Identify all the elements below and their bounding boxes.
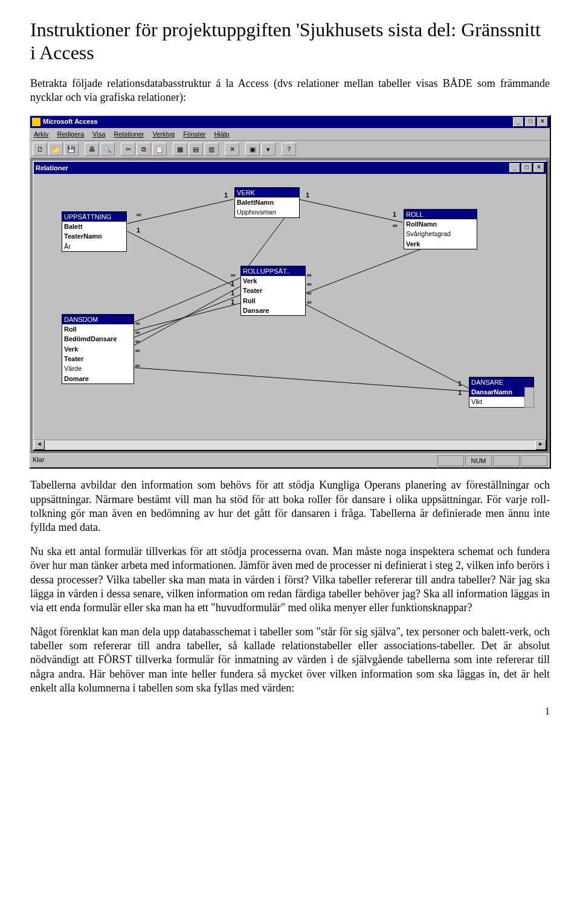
card-one: 1	[393, 210, 396, 219]
horizontal-scrollbar[interactable]: ◄ ►	[34, 440, 546, 450]
card-one: 1	[137, 226, 140, 234]
menu-bar: Arkiv Redigera Visa Relationer Verktyg F…	[30, 128, 550, 141]
card-one: 1	[458, 388, 462, 397]
open-icon[interactable]: 📂	[48, 143, 63, 156]
menu-redigera[interactable]: Redigera	[57, 130, 84, 138]
field[interactable]: Värde	[62, 364, 134, 373]
new-object-icon[interactable]: ▾	[261, 143, 276, 156]
card-many: ∞	[135, 337, 140, 345]
table-rolluppsat[interactable]: ROLLUPPSÄT.. Verk Teater Roll Dansare	[240, 266, 306, 316]
body-paragraph-3: Nu ska ett antal formulär tillverkas för…	[30, 545, 550, 615]
preview-icon[interactable]: 🔍	[100, 143, 115, 156]
child-title: Relationer	[36, 164, 68, 172]
field[interactable]: Domare	[62, 374, 134, 383]
minimize-button[interactable]: _	[513, 117, 524, 127]
svg-line-0	[127, 199, 233, 223]
copy-icon[interactable]: ⧉	[137, 143, 151, 156]
add-table-icon[interactable]: ▦	[173, 143, 187, 156]
app-title: Microsoft Access	[43, 117, 98, 126]
help-icon[interactable]: ?	[282, 143, 296, 156]
table-header: VERK	[235, 188, 299, 197]
field[interactable]: Upphovsman	[235, 207, 299, 217]
print-icon[interactable]: 🖶	[85, 143, 99, 156]
svg-line-10	[127, 367, 469, 391]
menu-relationer[interactable]: Relationer	[114, 130, 144, 138]
relations-canvas[interactable]: ∞ 1 1 1 1 ∞ ∞ 1 1 1 ∞ ∞ ∞ ∞ ∞ ∞ ∞ ∞ ∞ 1	[34, 174, 546, 440]
card-one: 1	[306, 191, 309, 199]
delete-icon[interactable]: ✕	[225, 143, 239, 156]
show-all-icon[interactable]: ▥	[204, 143, 219, 156]
table-roll[interactable]: ROLL RollNamn Svårighetsgrad Verk	[404, 209, 477, 249]
scroll-left-icon[interactable]: ◄	[34, 440, 45, 450]
card-many: ∞	[231, 271, 236, 279]
table-dansdom[interactable]: DANSDOM Roll BedömdDansare Verk Teater V…	[62, 314, 134, 384]
table-dansare[interactable]: DANSARE DansarNamn Vikt	[469, 377, 534, 408]
save-icon[interactable]: 💾	[64, 143, 79, 156]
new-icon[interactable]: 🗋	[33, 143, 47, 156]
menu-visa[interactable]: Visa	[92, 130, 105, 138]
status-ready: Klar	[33, 455, 45, 466]
body-paragraph-2: Tabellerna avbildar den information som …	[30, 478, 550, 535]
field[interactable]: Verk	[241, 276, 305, 286]
access-window: Microsoft Access _ □ × Arkiv Redigera Vi…	[29, 115, 551, 469]
card-one: 1	[224, 191, 228, 199]
field[interactable]: Balett	[62, 222, 126, 231]
child-minimize-button[interactable]: _	[509, 163, 520, 173]
table-header: UPPSÄTTNING	[62, 212, 126, 222]
child-maximize-button[interactable]: □	[521, 163, 532, 173]
child-titlebar: Relationer _ □ ×	[34, 162, 546, 174]
field[interactable]: Teater	[62, 354, 134, 364]
access-icon	[32, 118, 40, 126]
paste-icon[interactable]: 📋	[152, 143, 167, 156]
card-many: ∞	[135, 346, 140, 355]
field[interactable]: TeaterNamn	[62, 231, 126, 241]
field[interactable]: Dansare	[241, 306, 305, 315]
menu-arkiv[interactable]: Arkiv	[34, 130, 48, 138]
field[interactable]: Roll	[62, 324, 134, 334]
close-button[interactable]: ×	[537, 117, 548, 127]
field[interactable]: Svårighetsgrad	[404, 229, 477, 239]
show-table-icon[interactable]: ▤	[188, 143, 203, 156]
card-one: 1	[231, 298, 234, 306]
table-header: DANSDOM	[62, 315, 134, 324]
card-many: ∞	[307, 289, 312, 297]
cut-icon[interactable]: ✂	[121, 143, 135, 156]
status-blank	[437, 455, 464, 466]
card-many: ∞	[135, 361, 140, 370]
field[interactable]: BedömdDansare	[62, 334, 134, 344]
table-uppsattning[interactable]: UPPSÄTTNING Balett TeaterNamn År	[62, 211, 127, 252]
card-many: ∞	[137, 210, 141, 219]
table-header: ROLLUPPSÄT..	[241, 266, 305, 276]
app-titlebar: Microsoft Access _ □ ×	[30, 116, 550, 128]
mdi-area: Relationer _ □ ×	[30, 158, 550, 454]
field[interactable]: Roll	[241, 296, 305, 306]
card-one: 1	[231, 280, 234, 288]
toolbar: 🗋 📂 💾 🖶 🔍 ✂ ⧉ 📋 ▦ ▤ ▥ ✕ ▣ ▾ ?	[30, 141, 550, 158]
field[interactable]: RollNamn	[404, 219, 477, 229]
intro-paragraph: Betrakta följade relationsdatabasstruktu…	[30, 77, 550, 105]
scrollbar[interactable]	[524, 387, 534, 408]
maximize-button[interactable]: □	[525, 117, 536, 127]
field[interactable]: BalettNamn	[235, 197, 299, 207]
card-one: 1	[458, 379, 462, 388]
svg-line-5	[304, 304, 469, 388]
child-close-button[interactable]: ×	[533, 163, 544, 173]
card-many: ∞	[307, 298, 312, 306]
card-many: ∞	[135, 328, 140, 336]
card-many: ∞	[307, 271, 312, 279]
status-blank	[493, 455, 520, 466]
menu-fonster[interactable]: Fönster	[183, 130, 205, 138]
card-one: 1	[231, 289, 234, 297]
scroll-right-icon[interactable]: ►	[535, 440, 546, 450]
status-blank	[521, 455, 547, 466]
table-verk[interactable]: VERK BalettNamn Upphovsman	[234, 187, 300, 218]
field[interactable]: Verk	[404, 239, 477, 249]
body-paragraph-4: Något förenklat kan man dela upp databas…	[30, 625, 550, 696]
svg-line-1	[127, 231, 233, 286]
menu-hjalp[interactable]: Hjälp	[214, 130, 229, 138]
menu-verktyg[interactable]: Verktyg	[152, 130, 175, 138]
field[interactable]: År	[62, 242, 126, 251]
db-window-icon[interactable]: ▣	[245, 143, 260, 156]
field[interactable]: Verk	[62, 344, 134, 354]
field[interactable]: Teater	[241, 286, 305, 295]
